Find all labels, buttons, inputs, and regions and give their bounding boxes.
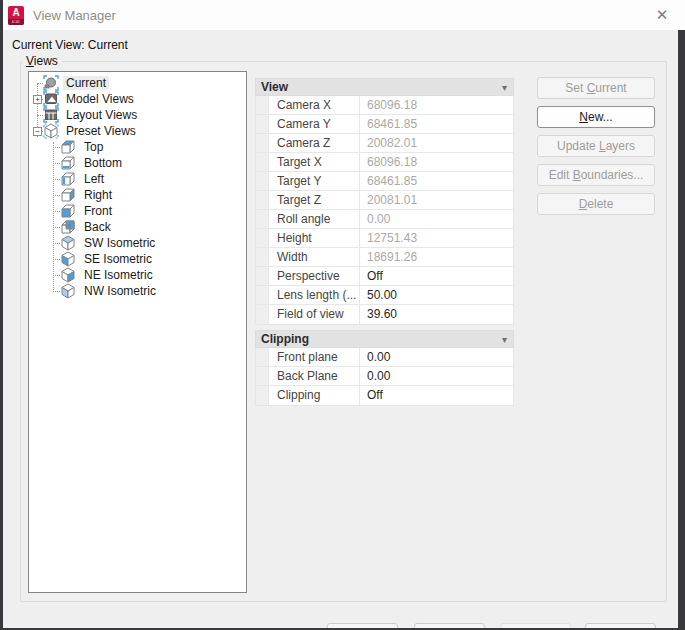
- property-label: Field of view: [269, 305, 360, 324]
- tree-item-se-isometric[interactable]: SE Isometric: [29, 251, 246, 267]
- tree-item-label: Layout Views: [63, 108, 140, 122]
- tree-item-layout-views[interactable]: Layout Views: [29, 107, 246, 123]
- cube-bottom-icon: [60, 155, 76, 171]
- property-value-clipping[interactable]: Off: [360, 386, 513, 405]
- tree-guide-line: [53, 142, 54, 292]
- tree-item-nw-isometric[interactable]: NW Isometric: [29, 283, 246, 299]
- section-header-view[interactable]: View▾: [255, 78, 514, 96]
- row-gutter: [256, 267, 269, 285]
- property-row-target-z: Target Z20081.01: [256, 191, 513, 210]
- close-icon[interactable]: ✕: [652, 5, 672, 25]
- window-title: View Manager: [33, 8, 116, 23]
- cube-top-icon: [60, 139, 76, 155]
- property-value-roll-angle: 0.00: [360, 210, 513, 228]
- tree-item-label: Bottom: [81, 156, 125, 170]
- property-row-front-plane: Front plane0.00: [256, 348, 513, 367]
- iso-nw-icon: [60, 283, 76, 299]
- title-bar: A ACAD View Manager ✕: [3, 0, 685, 30]
- update-layers-button[interactable]: Update Layers: [537, 135, 655, 157]
- delete-button[interactable]: Delete: [537, 193, 655, 215]
- property-value-width: 18691.26: [360, 248, 513, 266]
- autocad-logo-letter: A: [8, 6, 24, 19]
- tree-item-label: NW Isometric: [81, 284, 159, 298]
- tree-item-label: Current: [63, 76, 109, 90]
- preset-views-icon: [43, 123, 59, 139]
- tree-connector-line: [53, 163, 60, 164]
- iso-sw-icon: [60, 235, 76, 251]
- row-gutter: [256, 348, 269, 366]
- new-button[interactable]: New...: [537, 106, 655, 128]
- tree-item-label: Preset Views: [63, 124, 139, 138]
- bottom-dialog-button-2[interactable]: [414, 623, 485, 628]
- tree-item-label: Right: [81, 188, 115, 202]
- property-section-view: View▾Camera X68096.18Camera Y68461.85Cam…: [255, 78, 514, 325]
- tree-item-front[interactable]: Front: [29, 203, 246, 219]
- bottom-dialog-button-3[interactable]: [500, 623, 571, 628]
- tree-item-bottom[interactable]: Bottom: [29, 155, 246, 171]
- cube-back-icon: [60, 219, 76, 235]
- property-row-camera-x: Camera X68096.18: [256, 96, 513, 115]
- property-label: Clipping: [269, 386, 360, 405]
- property-row-width: Width18691.26: [256, 248, 513, 267]
- chevron-down-icon[interactable]: ▾: [502, 82, 507, 93]
- tree-item-top[interactable]: Top: [29, 139, 246, 155]
- chevron-down-icon[interactable]: ▾: [502, 334, 507, 345]
- property-value-back-plane[interactable]: 0.00: [360, 367, 513, 385]
- bottom-dialog-button-4[interactable]: [585, 623, 656, 628]
- views-group-label: Views: [22, 54, 62, 68]
- cube-left-icon: [60, 171, 76, 187]
- tree-connector-line: [53, 211, 60, 212]
- row-gutter: [256, 305, 269, 324]
- current-view-label: Current View: Current: [12, 38, 128, 52]
- tree-item-label: NE Isometric: [81, 268, 156, 282]
- property-label: Camera X: [269, 96, 360, 114]
- tree-connector-line: [53, 275, 60, 276]
- autocad-logo-icon: A ACAD: [8, 6, 24, 25]
- autocad-logo-strip: ACAD: [8, 19, 24, 25]
- property-label: Lens length (...: [269, 286, 360, 304]
- cube-right-icon: [60, 187, 76, 203]
- property-value-front-plane[interactable]: 0.00: [360, 348, 513, 366]
- property-row-clipping: ClippingOff: [256, 386, 513, 405]
- property-value-perspective[interactable]: Off: [360, 267, 513, 285]
- property-value-lens-length[interactable]: 50.00: [360, 286, 513, 304]
- tree-item-sw-isometric[interactable]: SW Isometric: [29, 235, 246, 251]
- tree-item-model-views[interactable]: + Model Views: [29, 91, 246, 107]
- tree-connector-line: [53, 227, 60, 228]
- property-section-clipping: Clipping▾Front plane0.00Back Plane0.00Cl…: [255, 330, 514, 406]
- tree-item-left[interactable]: Left: [29, 171, 246, 187]
- property-row-target-x: Target X68096.18: [256, 153, 513, 172]
- property-label: Camera Z: [269, 134, 360, 152]
- property-row-target-y: Target Y68461.85: [256, 172, 513, 191]
- tree-item-current[interactable]: Current: [29, 75, 246, 91]
- iso-se-icon: [60, 251, 76, 267]
- property-value-camera-x: 68096.18: [360, 96, 513, 114]
- row-gutter: [256, 191, 269, 209]
- collapse-icon[interactable]: −: [33, 127, 42, 136]
- row-gutter: [256, 248, 269, 266]
- bottom-dialog-button-1[interactable]: [327, 623, 398, 628]
- cube-front-icon: [60, 203, 76, 219]
- property-value-camera-z: 20082.01: [360, 134, 513, 152]
- tree-item-right[interactable]: Right: [29, 187, 246, 203]
- property-value-target-y: 68461.85: [360, 172, 513, 190]
- edit-boundaries-button[interactable]: Edit Boundaries...: [537, 164, 655, 186]
- set-current-button[interactable]: Set Current: [537, 77, 655, 99]
- property-value-camera-y: 68461.85: [360, 115, 513, 133]
- property-label: Target Y: [269, 172, 360, 190]
- property-value-field-of-view[interactable]: 39.60: [360, 305, 513, 324]
- expand-icon[interactable]: +: [33, 95, 42, 104]
- tree-item-preset-views[interactable]: −Preset Views: [29, 123, 246, 139]
- row-gutter: [256, 367, 269, 385]
- row-gutter: [256, 229, 269, 247]
- section-header-clipping[interactable]: Clipping▾: [255, 330, 514, 348]
- tree-item-ne-isometric[interactable]: NE Isometric: [29, 267, 246, 283]
- tree-item-back[interactable]: Back: [29, 219, 246, 235]
- tree-connector-line: [53, 147, 60, 148]
- tree-item-label: Back: [81, 220, 114, 234]
- property-row-camera-z: Camera Z20082.01: [256, 134, 513, 153]
- section-title: View: [261, 80, 502, 94]
- property-value-target-x: 68096.18: [360, 153, 513, 171]
- tree-item-label: Left: [81, 172, 107, 186]
- row-gutter: [256, 153, 269, 171]
